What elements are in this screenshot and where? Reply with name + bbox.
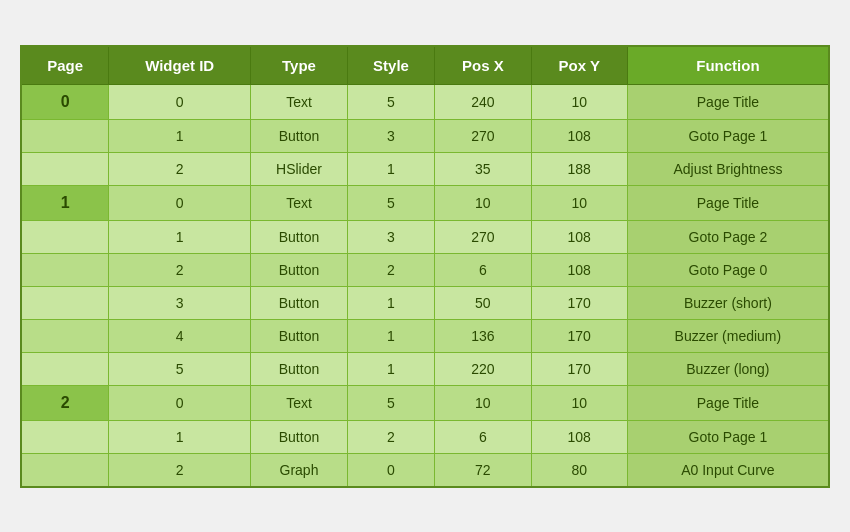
- data-cell: 170: [531, 352, 627, 385]
- data-cell: 1: [347, 352, 434, 385]
- data-cell: Button: [251, 220, 348, 253]
- header-page: Page: [21, 46, 109, 85]
- function-cell: Goto Page 1: [627, 420, 829, 453]
- data-cell: 4: [109, 319, 251, 352]
- data-cell: 5: [347, 185, 434, 220]
- empty-page-cell: [21, 420, 109, 453]
- data-cell: 108: [531, 119, 627, 152]
- data-cell: 0: [347, 453, 434, 487]
- data-cell: 10: [531, 84, 627, 119]
- data-cell: 3: [347, 220, 434, 253]
- function-cell: Goto Page 1: [627, 119, 829, 152]
- header-widget-id: Widget ID: [109, 46, 251, 85]
- data-cell: 5: [347, 84, 434, 119]
- data-cell: 1: [109, 420, 251, 453]
- data-cell: 136: [435, 319, 532, 352]
- data-cell: 240: [435, 84, 532, 119]
- data-cell: 50: [435, 286, 532, 319]
- data-cell: 220: [435, 352, 532, 385]
- function-cell: Buzzer (long): [627, 352, 829, 385]
- table-row: 1Button26108Goto Page 1: [21, 420, 829, 453]
- data-cell: 6: [435, 253, 532, 286]
- data-cell: 188: [531, 152, 627, 185]
- data-cell: 1: [109, 220, 251, 253]
- data-cell: 2: [109, 453, 251, 487]
- data-cell: Text: [251, 84, 348, 119]
- empty-page-cell: [21, 319, 109, 352]
- empty-page-cell: [21, 253, 109, 286]
- table-row: 1Button3270108Goto Page 2: [21, 220, 829, 253]
- function-cell: Page Title: [627, 84, 829, 119]
- data-cell: 0: [109, 84, 251, 119]
- data-cell: 6: [435, 420, 532, 453]
- data-cell: Button: [251, 352, 348, 385]
- header-pos-x: Pos X: [435, 46, 532, 85]
- data-cell: 2: [347, 253, 434, 286]
- table-row: 5Button1220170Buzzer (long): [21, 352, 829, 385]
- header-style: Style: [347, 46, 434, 85]
- table-row: 10Text51010Page Title: [21, 185, 829, 220]
- empty-page-cell: [21, 152, 109, 185]
- data-cell: HSlider: [251, 152, 348, 185]
- data-cell: 5: [347, 385, 434, 420]
- page-cell: 1: [21, 185, 109, 220]
- data-cell: 10: [435, 185, 532, 220]
- header-type: Type: [251, 46, 348, 85]
- empty-page-cell: [21, 119, 109, 152]
- header-pox-y: Pox Y: [531, 46, 627, 85]
- empty-page-cell: [21, 453, 109, 487]
- data-cell: 3: [109, 286, 251, 319]
- data-cell: 108: [531, 220, 627, 253]
- page-cell: 2: [21, 385, 109, 420]
- function-cell: Buzzer (medium): [627, 319, 829, 352]
- table-row: 1Button3270108Goto Page 1: [21, 119, 829, 152]
- function-cell: Goto Page 2: [627, 220, 829, 253]
- function-cell: Page Title: [627, 185, 829, 220]
- data-cell: 108: [531, 253, 627, 286]
- data-cell: 1: [347, 319, 434, 352]
- data-cell: Graph: [251, 453, 348, 487]
- data-cell: 10: [531, 185, 627, 220]
- data-cell: 0: [109, 385, 251, 420]
- table-row: 2Graph07280A0 Input Curve: [21, 453, 829, 487]
- data-cell: 5: [109, 352, 251, 385]
- empty-page-cell: [21, 352, 109, 385]
- table-row: 2HSlider135188Adjust Brightness: [21, 152, 829, 185]
- data-cell: 1: [347, 152, 434, 185]
- table-row: 4Button1136170Buzzer (medium): [21, 319, 829, 352]
- data-cell: 80: [531, 453, 627, 487]
- data-cell: 108: [531, 420, 627, 453]
- page-cell: 0: [21, 84, 109, 119]
- data-cell: 270: [435, 119, 532, 152]
- data-cell: 270: [435, 220, 532, 253]
- function-cell: Page Title: [627, 385, 829, 420]
- header-function: Function: [627, 46, 829, 85]
- data-cell: 2: [109, 152, 251, 185]
- function-cell: Goto Page 0: [627, 253, 829, 286]
- data-cell: 72: [435, 453, 532, 487]
- data-cell: Button: [251, 286, 348, 319]
- main-table-container: PageWidget IDTypeStylePos XPox YFunction…: [20, 45, 830, 488]
- function-cell: A0 Input Curve: [627, 453, 829, 487]
- empty-page-cell: [21, 220, 109, 253]
- data-cell: 170: [531, 319, 627, 352]
- data-cell: Button: [251, 420, 348, 453]
- empty-page-cell: [21, 286, 109, 319]
- data-cell: 10: [435, 385, 532, 420]
- data-cell: 3: [347, 119, 434, 152]
- table-row: 00Text524010Page Title: [21, 84, 829, 119]
- data-cell: 35: [435, 152, 532, 185]
- function-cell: Adjust Brightness: [627, 152, 829, 185]
- table-row: 2Button26108Goto Page 0: [21, 253, 829, 286]
- table-row: 3Button150170Buzzer (short): [21, 286, 829, 319]
- data-cell: 1: [109, 119, 251, 152]
- table-row: 20Text51010Page Title: [21, 385, 829, 420]
- data-cell: 170: [531, 286, 627, 319]
- table-header-row: PageWidget IDTypeStylePos XPox YFunction: [21, 46, 829, 85]
- data-cell: Button: [251, 319, 348, 352]
- data-cell: 2: [109, 253, 251, 286]
- data-cell: 10: [531, 385, 627, 420]
- data-cell: Button: [251, 253, 348, 286]
- widget-table: PageWidget IDTypeStylePos XPox YFunction…: [20, 45, 830, 488]
- data-cell: 1: [347, 286, 434, 319]
